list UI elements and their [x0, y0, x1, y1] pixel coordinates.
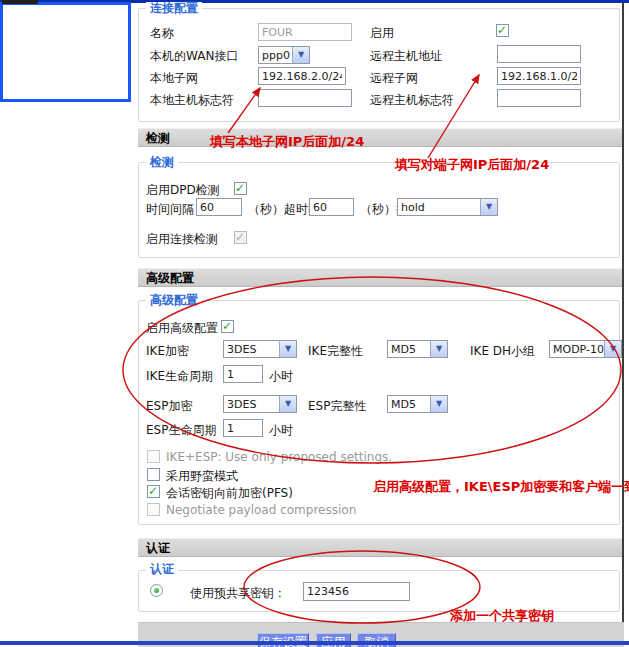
name-label: 名称: [150, 25, 174, 42]
aggressive-mode-checkbox[interactable]: [147, 468, 160, 481]
advanced-annotation: 启用高级配置，IKE\ESP加密要和客户端一致: [373, 478, 629, 496]
advanced-enable-label: 启用高级配置: [146, 320, 218, 337]
local-subnet-annotation: 填写本地子网IP后面加/24: [210, 133, 364, 151]
local-subnet-label: 本地子网: [150, 70, 198, 87]
remote-host-input[interactable]: [497, 45, 581, 63]
dpd-action-select[interactable]: hold ▼: [397, 198, 498, 216]
highlight-box: [0, 2, 131, 102]
enable-label: 启用: [370, 25, 394, 42]
ike-integrity-value: MD5: [391, 343, 416, 356]
connection-legend: 连接配置: [146, 2, 202, 14]
ike-lifetime-unit: 小时: [269, 368, 293, 385]
chevron-down-icon[interactable]: ▼: [279, 341, 296, 357]
payload-compression-checkbox: [147, 503, 160, 516]
remote-subnet-annotation: 填写对端子网IP后面加/24: [395, 156, 549, 174]
advanced-section-header: 高级配置: [138, 268, 622, 287]
detection-legend: 检测: [146, 156, 178, 168]
ike-lifetime-label: IKE生命周期: [146, 368, 213, 385]
esp-encryption-select[interactable]: 3DES ▼: [223, 395, 297, 413]
bottom-frame-line: [0, 641, 629, 645]
connection-check-checkbox: [234, 231, 247, 244]
ike-esp-proposed-checkbox: [147, 450, 160, 463]
psk-label: 使用预共享密钥：: [190, 585, 286, 602]
advanced-enable-checkbox[interactable]: [221, 320, 234, 333]
wan-interface-value: ppp0: [262, 49, 290, 62]
wan-interface-select[interactable]: ppp0 ▼: [258, 46, 310, 64]
dpd-checkbox[interactable]: [234, 182, 247, 195]
auth-section-header: 认证: [138, 538, 622, 557]
ike-encryption-label: IKE加密: [146, 343, 189, 360]
dpd-label: 启用DPD检测: [146, 182, 220, 199]
advanced-legend: 高级配置: [146, 294, 202, 306]
pfs-checkbox[interactable]: [147, 485, 160, 498]
dpd-action-value: hold: [401, 201, 425, 214]
interval-input[interactable]: [196, 198, 242, 216]
psk-annotation: 添加一个共享密钥: [450, 607, 554, 625]
local-id-input[interactable]: [258, 89, 352, 107]
local-id-label: 本地主机标志符: [150, 92, 234, 109]
esp-integrity-value: MD5: [391, 398, 416, 411]
aggressive-mode-label: 采用野蛮模式: [166, 468, 238, 485]
esp-integrity-label: ESP完整性: [308, 398, 366, 415]
chevron-down-icon[interactable]: ▼: [604, 341, 621, 357]
remote-host-label: 远程主机地址: [370, 48, 442, 65]
chevron-down-icon[interactable]: ▼: [430, 341, 447, 357]
esp-encryption-value: 3DES: [227, 398, 256, 411]
wan-interface-label: 本机的WAN接口: [150, 48, 238, 65]
ike-esp-proposed-label: IKE+ESP: Use only proposed settings.: [166, 450, 392, 464]
esp-lifetime-label: ESP生命周期: [146, 422, 216, 439]
esp-lifetime-unit: 小时: [269, 422, 293, 439]
ike-dh-group-select[interactable]: MODP-1024 ▼: [549, 340, 622, 358]
psk-radio[interactable]: [150, 584, 163, 597]
remote-id-label: 远程主机标志符: [370, 92, 454, 109]
enable-checkbox[interactable]: [496, 24, 509, 37]
ike-dh-group-label: IKE DH小组: [470, 343, 535, 360]
vpn-config-page: 连接配置 名称 启用 本机的WAN接口 ppp0 ▼ 远程主机地址 本地子网 远…: [0, 0, 629, 647]
right-frame-line: [622, 2, 624, 641]
remote-subnet-label: 远程子网: [370, 70, 418, 87]
name-input[interactable]: [258, 23, 352, 41]
remote-id-input[interactable]: [497, 89, 581, 107]
ike-encryption-select[interactable]: 3DES ▼: [223, 340, 297, 358]
pfs-label: 会话密钥向前加密(PFS): [166, 485, 293, 502]
chevron-down-icon[interactable]: ▼: [480, 199, 497, 215]
esp-lifetime-input[interactable]: [223, 419, 263, 437]
cropped-text-fragment: [2, 0, 38, 4]
chevron-down-icon[interactable]: ▼: [279, 396, 296, 412]
ike-integrity-select[interactable]: MD5 ▼: [387, 340, 448, 358]
payload-compression-label: Negotiate payload compression: [166, 503, 356, 517]
timeout-input[interactable]: [309, 198, 354, 216]
remote-subnet-input[interactable]: [497, 67, 581, 85]
ike-encryption-value: 3DES: [227, 343, 256, 356]
local-subnet-input[interactable]: [258, 67, 346, 85]
chevron-down-icon[interactable]: ▼: [430, 396, 447, 412]
psk-input[interactable]: [303, 582, 410, 601]
auth-legend: 认证: [146, 563, 178, 575]
ike-lifetime-input[interactable]: [223, 365, 263, 383]
connection-check-label: 启用连接检测: [146, 231, 218, 248]
interval-label: 时间间隔: [146, 201, 194, 218]
esp-integrity-select[interactable]: MD5 ▼: [387, 395, 448, 413]
esp-encryption-label: ESP加密: [146, 398, 192, 415]
chevron-down-icon[interactable]: ▼: [292, 47, 309, 63]
ike-integrity-label: IKE完整性: [308, 343, 363, 360]
